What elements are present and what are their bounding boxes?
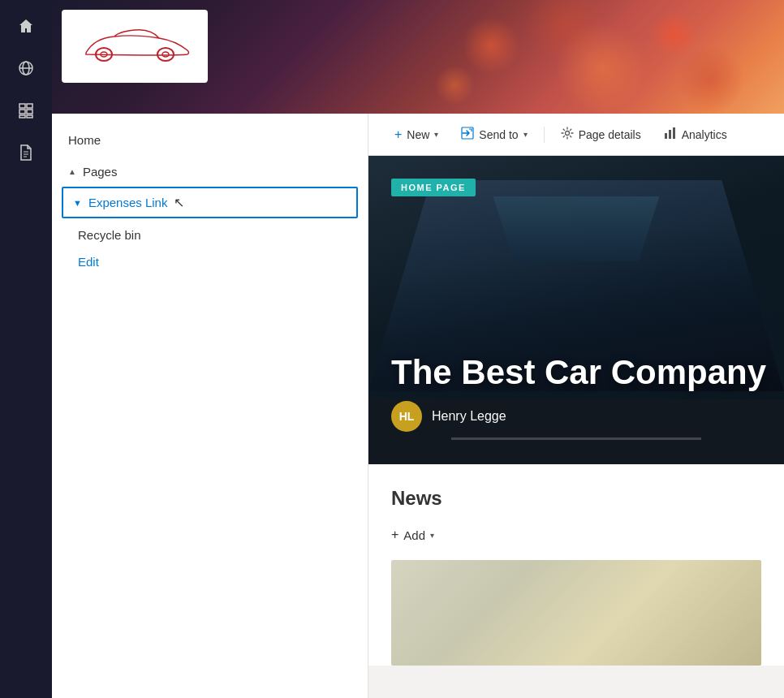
sidebar-icons xyxy=(0,0,52,698)
road-line-center xyxy=(451,437,700,440)
sidebar-grid-icon[interactable] xyxy=(6,91,45,130)
analytics-button[interactable]: Analytics xyxy=(654,122,737,148)
gear-icon xyxy=(561,127,574,143)
author-avatar: HL xyxy=(391,401,422,432)
send-icon xyxy=(461,127,474,143)
nav-pages-header[interactable]: ▲ Pages xyxy=(52,160,368,183)
svg-point-10 xyxy=(157,48,174,61)
right-panel: + New ▾ Send to ▾ xyxy=(368,114,784,698)
sidebar-doc-icon[interactable] xyxy=(6,133,45,172)
expenses-chevron-icon: ▼ xyxy=(73,198,82,208)
toolbar: + New ▾ Send to ▾ xyxy=(368,114,784,156)
analytics-icon xyxy=(664,127,677,143)
sidebar-globe-icon[interactable] xyxy=(6,49,45,88)
news-section-title: News xyxy=(391,487,761,510)
svg-rect-5 xyxy=(27,110,32,114)
toolbar-separator xyxy=(544,127,545,143)
logo-svg xyxy=(70,22,200,71)
nav-recycle-bin[interactable]: Recycle bin xyxy=(62,222,368,248)
svg-rect-4 xyxy=(19,110,25,114)
svg-point-11 xyxy=(162,52,169,57)
nav-home-item[interactable]: Home xyxy=(52,127,368,153)
site-hero-banner xyxy=(52,0,784,114)
hero-author: HL Henry Legge xyxy=(391,401,506,432)
nav-expenses-link-item[interactable]: ▼ Expenses Link ↖ xyxy=(62,187,358,218)
nav-pages-label: Pages xyxy=(83,165,118,179)
svg-rect-2 xyxy=(19,104,25,108)
news-add-button[interactable]: + Add ▾ xyxy=(391,523,434,547)
send-to-label: Send to xyxy=(479,128,518,141)
send-to-chevron-icon: ▾ xyxy=(523,130,528,139)
new-button[interactable]: + New ▾ xyxy=(385,123,448,147)
expenses-link-label: Expenses Link xyxy=(88,196,168,209)
analytics-label: Analytics xyxy=(682,128,727,141)
plus-icon: + xyxy=(394,127,402,142)
new-label: New xyxy=(407,128,429,141)
news-card-placeholder xyxy=(391,560,761,666)
svg-rect-15 xyxy=(669,130,671,139)
logo-container xyxy=(62,10,208,83)
svg-rect-16 xyxy=(673,127,675,139)
svg-point-9 xyxy=(101,52,107,57)
add-chevron-icon: ▾ xyxy=(430,531,434,540)
page-details-label: Page details xyxy=(579,128,641,141)
add-plus-icon: + xyxy=(391,528,398,542)
page-details-button[interactable]: Page details xyxy=(551,122,651,148)
content-row: Home ▲ Pages ▼ Expenses Link ↖ Recycle b… xyxy=(52,114,784,698)
pages-chevron-up-icon: ▲ xyxy=(68,167,76,176)
svg-point-13 xyxy=(565,131,569,135)
nav-pages-section: ▲ Pages ▼ Expenses Link ↖ Recycle bin Ed… xyxy=(52,160,368,275)
sidebar-home-icon[interactable] xyxy=(6,6,45,45)
new-chevron-icon: ▾ xyxy=(434,130,438,139)
page-content: HOME PAGE The Best Car Company HL Henry … xyxy=(368,156,784,698)
svg-rect-3 xyxy=(27,104,32,108)
add-label: Add xyxy=(403,528,425,542)
svg-rect-6 xyxy=(19,115,25,118)
hero-tag: HOME PAGE xyxy=(391,179,476,196)
nav-edit-link[interactable]: Edit xyxy=(62,248,368,275)
main-area: Home ▲ Pages ▼ Expenses Link ↖ Recycle b… xyxy=(52,0,784,698)
page-hero-image: HOME PAGE The Best Car Company HL Henry … xyxy=(368,156,784,464)
svg-rect-14 xyxy=(665,133,667,139)
send-to-button[interactable]: Send to ▾ xyxy=(451,122,536,148)
author-name: Henry Legge xyxy=(432,409,506,424)
left-nav: Home ▲ Pages ▼ Expenses Link ↖ Recycle b… xyxy=(52,114,368,698)
svg-rect-7 xyxy=(27,115,32,118)
cursor-icon: ↖ xyxy=(174,195,184,210)
hero-title: The Best Car Company xyxy=(391,354,766,391)
news-section: News + Add ▾ xyxy=(368,464,784,666)
svg-point-8 xyxy=(96,48,112,61)
